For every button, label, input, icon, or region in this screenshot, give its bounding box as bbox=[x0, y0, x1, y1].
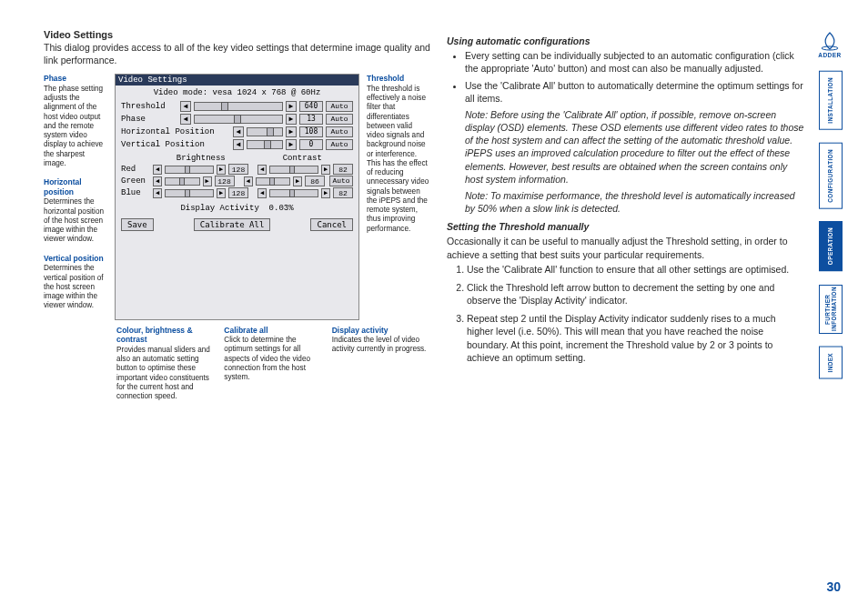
threshold-right-arrow[interactable]: ▶ bbox=[286, 101, 297, 112]
green-c-left[interactable]: ◀ bbox=[244, 176, 253, 186]
vpos-right-arrow[interactable]: ▶ bbox=[286, 139, 297, 150]
threshold-left-arrow[interactable]: ◀ bbox=[180, 101, 191, 112]
green-b-val: 128 bbox=[215, 176, 235, 186]
annot-threshold: Threshold The threshold is effectively a… bbox=[367, 74, 430, 234]
step-3: Repeat step 2 until the Display Activity… bbox=[467, 312, 804, 364]
green-c-right[interactable]: ▶ bbox=[293, 176, 302, 186]
save-button[interactable]: Save bbox=[121, 218, 154, 231]
nav-operation[interactable]: OPERATION bbox=[819, 221, 843, 271]
phase-left-arrow[interactable]: ◀ bbox=[180, 114, 191, 125]
annot-activity: Display activity Indicates the level of … bbox=[332, 326, 430, 402]
green-b-right[interactable]: ▶ bbox=[203, 176, 212, 186]
green-c-auto[interactable]: Auto bbox=[329, 176, 353, 186]
vpos-value: 0 bbox=[299, 139, 323, 150]
heading-threshold-manual: Setting the Threshold manually bbox=[447, 220, 804, 233]
hpos-auto-button[interactable]: Auto bbox=[326, 126, 353, 137]
red-label: Red bbox=[121, 165, 150, 174]
note-slowlink: Note: To maximise performance, the thres… bbox=[465, 189, 804, 215]
green-label: Green bbox=[121, 176, 150, 186]
video-mode-label: Video mode: vesa 1024 x 768 @ 60Hz bbox=[121, 88, 353, 97]
green-c-val: 86 bbox=[305, 176, 325, 186]
phase-auto-button[interactable]: Auto bbox=[326, 114, 353, 125]
dialog-titlebar: Video Settings bbox=[116, 75, 358, 86]
blue-b-left[interactable]: ◀ bbox=[153, 188, 162, 198]
phase-slider[interactable] bbox=[194, 115, 283, 124]
blue-b-right[interactable]: ▶ bbox=[217, 188, 226, 198]
nav-index[interactable]: INDEX bbox=[819, 347, 843, 379]
bullet-auto-2: Use the 'Calibrate All' button to automa… bbox=[465, 79, 804, 105]
vpos-auto-button[interactable]: Auto bbox=[326, 139, 353, 150]
hpos-label: Horizontal Position bbox=[121, 127, 230, 136]
blue-b-slider[interactable] bbox=[165, 189, 214, 197]
page-intro: This dialog provides access to all of th… bbox=[44, 42, 430, 66]
red-c-slider[interactable] bbox=[269, 166, 318, 174]
step-2: Click the Threshold left arrow button to… bbox=[467, 281, 804, 307]
page-number: 30 bbox=[826, 579, 841, 594]
hpos-left-arrow[interactable]: ◀ bbox=[233, 126, 244, 137]
red-c-right[interactable]: ▶ bbox=[321, 165, 330, 175]
page-title: Video Settings bbox=[44, 29, 430, 40]
annot-vertical: Vertical position Determines the vertica… bbox=[44, 254, 107, 311]
nav-further-information[interactable]: FURTHER INFORMATION bbox=[819, 285, 843, 334]
threshold-slider[interactable] bbox=[194, 102, 283, 111]
intro-threshold-manual: Occasionally it can be useful to manuall… bbox=[447, 235, 804, 260]
calibrate-all-button[interactable]: Calibrate All bbox=[194, 218, 270, 231]
annot-colour: Colour, brightness & contrast Provides m… bbox=[116, 326, 215, 402]
note-osd: Note: Before using the 'Calibrate All' o… bbox=[465, 108, 804, 186]
phase-right-arrow[interactable]: ▶ bbox=[286, 114, 297, 125]
display-activity: Display Activity 0.03% bbox=[121, 204, 353, 213]
red-b-left[interactable]: ◀ bbox=[153, 165, 162, 175]
bc-header: Brightness Contrast bbox=[121, 154, 353, 163]
blue-c-right[interactable]: ▶ bbox=[321, 188, 330, 198]
green-b-left[interactable]: ◀ bbox=[153, 176, 162, 186]
threshold-auto-button[interactable]: Auto bbox=[326, 101, 353, 112]
annot-calibrate: Calibrate all Click to determine the opt… bbox=[224, 326, 322, 402]
side-nav: INSTALLATION CONFIGURATION OPERATION FUR… bbox=[810, 71, 850, 391]
red-b-val: 128 bbox=[228, 164, 248, 175]
heading-auto-config: Using automatic configurations bbox=[447, 35, 804, 47]
vpos-slider[interactable] bbox=[247, 140, 283, 149]
red-b-right[interactable]: ▶ bbox=[217, 165, 226, 175]
threshold-label: Threshold bbox=[121, 102, 177, 111]
bullet-auto-1: Every setting can be individually subjec… bbox=[465, 49, 804, 75]
blue-c-left[interactable]: ◀ bbox=[257, 188, 267, 198]
blue-c-val: 82 bbox=[333, 187, 353, 198]
vpos-left-arrow[interactable]: ◀ bbox=[233, 139, 244, 150]
green-b-slider[interactable] bbox=[165, 177, 200, 186]
annot-horizontal: Horizontal position Determines the horiz… bbox=[44, 177, 107, 245]
green-c-slider[interactable] bbox=[256, 177, 291, 186]
blue-c-slider[interactable] bbox=[269, 189, 318, 197]
nav-installation[interactable]: INSTALLATION bbox=[819, 71, 843, 130]
phase-label: Phase bbox=[121, 115, 177, 124]
red-b-slider[interactable] bbox=[165, 166, 214, 174]
video-settings-dialog: Video Settings Video mode: vesa 1024 x 7… bbox=[115, 74, 359, 319]
blue-b-val: 128 bbox=[228, 187, 248, 198]
phase-value: 13 bbox=[299, 114, 323, 125]
hpos-value: 108 bbox=[299, 126, 323, 137]
brand-logo: ADDER bbox=[813, 31, 846, 58]
blue-label: Blue bbox=[121, 188, 150, 197]
red-c-left[interactable]: ◀ bbox=[257, 165, 267, 175]
nav-configuration[interactable]: CONFIGURATION bbox=[819, 143, 843, 209]
red-c-val: 82 bbox=[333, 164, 353, 175]
annot-phase: Phase The phase setting adjusts the alig… bbox=[44, 74, 107, 168]
step-1: Use the 'Calibrate All' function to ensu… bbox=[467, 263, 804, 276]
cancel-button[interactable]: Cancel bbox=[310, 218, 353, 231]
hpos-right-arrow[interactable]: ▶ bbox=[286, 126, 297, 137]
vpos-label: Vertical Position bbox=[121, 140, 230, 149]
hpos-slider[interactable] bbox=[247, 127, 283, 136]
threshold-value: 640 bbox=[299, 101, 323, 112]
